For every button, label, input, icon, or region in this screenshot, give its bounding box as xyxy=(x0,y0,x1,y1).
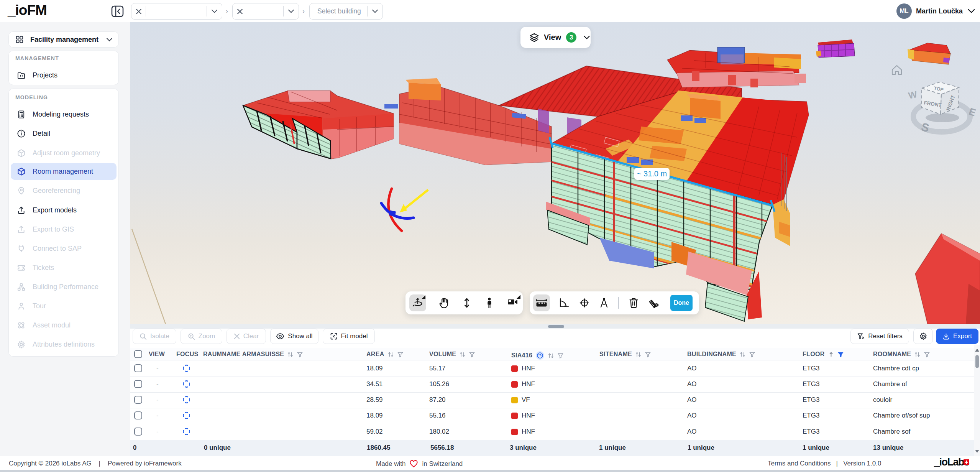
svg-text:W: W xyxy=(907,89,918,101)
svg-text:E: E xyxy=(967,105,977,118)
